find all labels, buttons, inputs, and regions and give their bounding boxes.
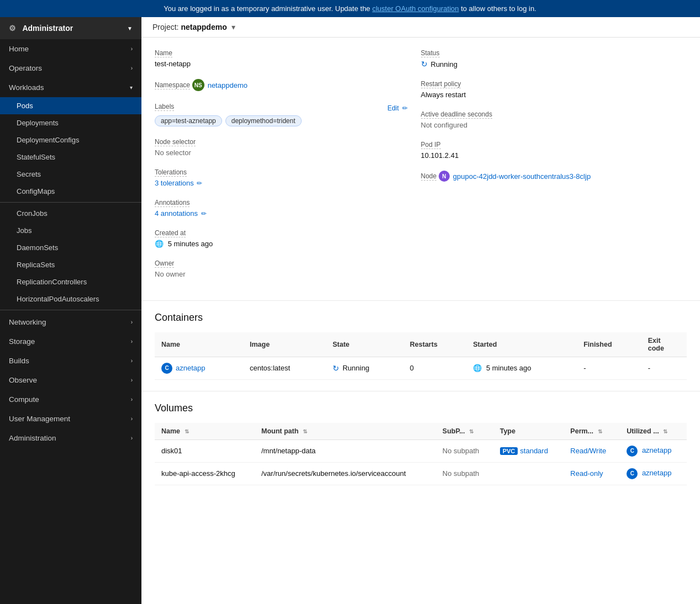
pod-created-at-field: Created at 🌐 5 minutes ago	[155, 229, 408, 248]
sidebar-subitem-pods[interactable]: Pods	[0, 97, 141, 114]
tolerations-label: Tolerations	[155, 168, 187, 177]
sidebar-admin-label: Administration	[9, 434, 56, 442]
volumes-col-utilized: Utilized ... ⇅	[620, 423, 687, 440]
containers-col-name: Name	[155, 332, 243, 357]
pod-ip-value: 10.101.2.41	[421, 151, 674, 160]
pod-namespace-field: Namespace NS netappdemo	[155, 79, 408, 92]
volume-subpath-cell: No subpath	[436, 462, 493, 485]
sidebar-item-operators[interactable]: Operators ›	[0, 59, 141, 78]
sidebar-item-builds[interactable]: Builds ›	[0, 351, 141, 370]
type-link[interactable]: standard	[520, 447, 548, 455]
sidebar-subitem-secrets[interactable]: Secrets	[0, 166, 141, 183]
container-exit-code-cell: -	[641, 357, 687, 379]
volume-name-cell: disk01	[155, 439, 255, 462]
volumes-col-name: Name ⇅	[155, 423, 255, 440]
namespace-badge: NS netappdemo	[192, 79, 248, 91]
volumes-section: Volumes Name ⇅ Mount path ⇅ SubP... ⇅ Ty…	[141, 391, 700, 496]
containers-title: Containers	[155, 312, 687, 324]
sidebar-subitem-configmaps[interactable]: ConfigMaps	[0, 183, 141, 200]
chevron-right-icon: ›	[131, 396, 133, 402]
sidebar-item-administration[interactable]: Administration ›	[0, 428, 141, 448]
pod-owner-field: Owner No owner	[155, 259, 408, 278]
label-tag-1: deploymethod=trident	[225, 115, 302, 126]
volume-perms-cell: Read-only	[564, 462, 620, 485]
pod-detail-section: Name test-netapp Namespace NS netappdemo…	[141, 38, 700, 301]
sidebar-subitem-deploymentconfigs[interactable]: DeploymentConfigs	[0, 131, 141, 149]
node-selector-label: Node selector	[155, 138, 196, 146]
annotations-value: 4 annotations ✏	[155, 209, 408, 218]
owner-value: No owner	[155, 270, 408, 278]
sidebar-item-workloads[interactable]: Workloads ▾	[0, 78, 141, 97]
sidebar-observe-label: Observe	[9, 376, 37, 384]
sidebar-item-networking[interactable]: Networking ›	[0, 312, 141, 332]
sidebar-subitem-daemonsets[interactable]: DaemonSets	[0, 239, 141, 256]
chevron-down-icon: ▾	[130, 84, 133, 91]
pod-tolerations-field: Tolerations 3 tolerations ✏	[155, 168, 408, 187]
containers-table: Name Image State Restarts Started Finish…	[155, 332, 687, 380]
node-link[interactable]: gpupoc-42jdd-worker-southcentralus3-8clj…	[453, 172, 591, 181]
chevron-right-icon: ›	[131, 435, 133, 441]
admin-chevron-icon: ▼	[127, 25, 133, 31]
state-spin-icon: ↻	[333, 364, 339, 373]
labels-edit-link[interactable]: Edit	[387, 104, 399, 112]
admin-label: Administrator	[22, 24, 73, 33]
project-dropdown-icon[interactable]: ▾	[231, 23, 235, 31]
node-icon: N	[439, 171, 450, 182]
pod-status-field: Status ↻ Running	[421, 49, 674, 68]
sidebar-item-observe[interactable]: Observe ›	[0, 370, 141, 390]
sidebar-item-home[interactable]: Home ›	[0, 39, 141, 59]
utilized-link[interactable]: aznetapp	[642, 469, 672, 477]
chevron-right-icon: ›	[131, 377, 133, 383]
sidebar-storage-label: Storage	[9, 337, 35, 346]
table-row: C aznetapp centos:latest ↻ Running 0 🌐 5…	[155, 357, 687, 379]
sidebar-home-label: Home	[9, 45, 29, 53]
containers-col-started: Started	[466, 332, 577, 357]
pencil-icon: ✏	[402, 104, 408, 112]
sidebar-subitem-replicasets[interactable]: ReplicaSets	[0, 256, 141, 273]
volume-utilized-cell: C aznetapp	[620, 462, 687, 485]
utilized-icon: C	[627, 446, 638, 457]
label-tags: app=test-aznetapp deploymethod=trident	[155, 115, 408, 126]
container-name-link[interactable]: C aznetapp	[161, 363, 236, 374]
pod-node-field: Node N gpupoc-42jdd-worker-southcentralu…	[421, 171, 674, 183]
restart-policy-value: Always restart	[421, 91, 674, 99]
sidebar-item-user-management[interactable]: User Management ›	[0, 409, 141, 428]
namespace-link[interactable]: netappdemo	[208, 81, 248, 89]
banner-text-after: to allow others to log in.	[459, 4, 536, 13]
volumes-col-subpath: SubP... ⇅	[436, 423, 493, 440]
sidebar-subitem-deployments[interactable]: Deployments	[0, 114, 141, 131]
tolerations-link[interactable]: 3 tolerations ✏	[155, 179, 202, 187]
pod-restart-policy-field: Restart policy Always restart	[421, 80, 674, 99]
annotations-label: Annotations	[155, 199, 190, 207]
oauth-config-link[interactable]: cluster OAuth configuration	[372, 4, 459, 13]
annotations-link[interactable]: 4 annotations ✏	[155, 209, 207, 218]
sort-icon: ⇅	[303, 428, 307, 435]
ns-icon: NS	[192, 79, 204, 91]
label-tag-0: app=test-aznetapp	[155, 115, 222, 126]
chevron-right-icon: ›	[131, 46, 133, 52]
project-bar: Project: netappdemo ▾	[141, 17, 700, 38]
sidebar-item-storage[interactable]: Storage ›	[0, 332, 141, 351]
pod-labels-field: Labels Edit ✏ app=test-aznetapp deployme…	[155, 103, 408, 126]
sidebar-item-compute[interactable]: Compute ›	[0, 390, 141, 409]
permissions-link[interactable]: Read/Write	[570, 447, 606, 455]
container-icon: C	[161, 363, 172, 374]
sidebar-subitem-hpa[interactable]: HorizontalPodAutoscalers	[0, 290, 141, 308]
sidebar-subitem-replicationcontrollers[interactable]: ReplicationControllers	[0, 273, 141, 290]
sidebar-subitem-cronjobs[interactable]: CronJobs	[0, 205, 141, 222]
created-at-label: Created at	[155, 229, 186, 237]
restart-policy-label: Restart policy	[421, 80, 461, 88]
pod-name-value: test-netapp	[155, 60, 408, 68]
sidebar-subitem-statefulsets[interactable]: StatefulSets	[0, 149, 141, 166]
chevron-right-icon: ›	[131, 65, 133, 71]
globe-icon: 🌐	[473, 364, 482, 372]
permissions-link[interactable]: Read-only	[570, 469, 603, 478]
sidebar-subitem-jobs[interactable]: Jobs	[0, 222, 141, 239]
utilized-link[interactable]: aznetapp	[642, 446, 672, 454]
volumes-title: Volumes	[155, 402, 687, 414]
containers-col-restarts: Restarts	[403, 332, 466, 357]
admin-header[interactable]: ⚙ Administrator ▼	[0, 17, 141, 39]
volume-mount-path-cell: /var/run/secrets/kubernetes.io/serviceac…	[255, 462, 436, 485]
container-name-cell: C aznetapp	[155, 357, 243, 379]
tolerations-pencil-icon: ✏	[197, 179, 202, 187]
